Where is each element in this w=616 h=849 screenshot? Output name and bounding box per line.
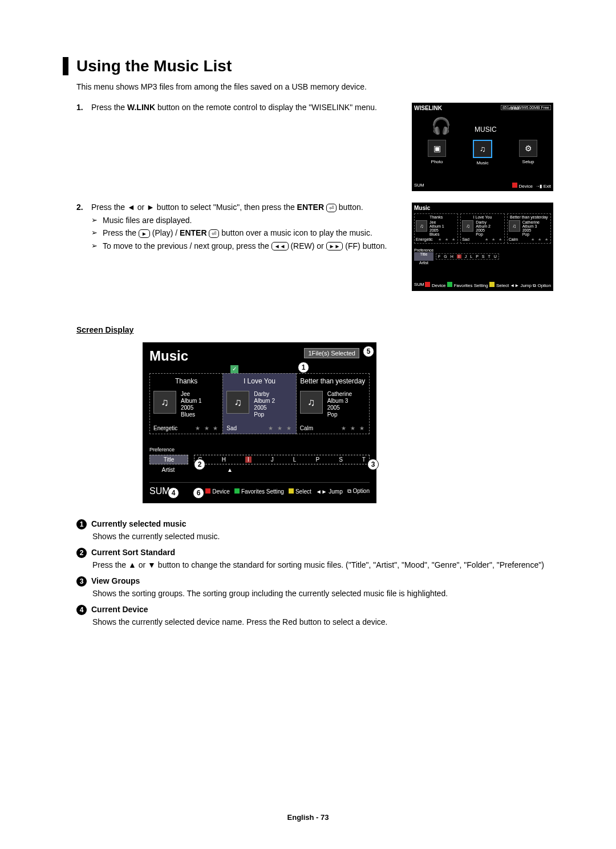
c1-album: Album 2 (476, 224, 491, 228)
play-icon: ► (139, 229, 150, 238)
page-footer: English - 73 (0, 813, 616, 822)
h-jump: Jump (329, 488, 342, 495)
stars-icon: ★ ★ ★ (485, 237, 503, 242)
step-1-body: Press the W.LINK button on the remote co… (91, 103, 412, 112)
def-2-num: 2 (76, 548, 87, 558)
c1-genre: Pop (476, 232, 491, 236)
music-icon: ♫ (473, 140, 492, 158)
lc0-name: Thanks (153, 377, 219, 385)
s2b3: To move to the previous / next group, pr… (103, 241, 387, 251)
definitions: 1Currently selected music Shows the curr… (76, 519, 553, 626)
c2-year: 2005 (522, 228, 540, 232)
large-col-2[interactable]: Better than yesterday ♫CatherineAlbum 32… (296, 373, 370, 434)
lc2-genre: Pop (327, 411, 352, 418)
callout-3: 3 (367, 459, 379, 470)
sort-title[interactable]: Title (414, 252, 433, 261)
h-fav: Favorites Setting (454, 283, 488, 288)
mlist-col-2[interactable]: Better than yesterday ♫CatherineAlbum 32… (507, 213, 551, 244)
wiselink-sum: SUM (414, 183, 424, 189)
col-name: I Love You (462, 215, 502, 219)
def-4: 4Current Device Shows the currently sele… (76, 605, 553, 626)
def-4-num: 4 (76, 605, 87, 615)
letter: S (339, 456, 343, 463)
intro-text: This menu shows MP3 files from among the… (76, 82, 553, 91)
footer-lang: English - (287, 813, 321, 822)
photo-tile[interactable]: ▣Photo (420, 140, 454, 165)
callout-5: 5 (363, 346, 374, 357)
lc0-artist: Jee (181, 391, 202, 398)
step-2-body: Press the ◄ or ► button to select "Music… (91, 203, 412, 254)
c1-year: 2005 (476, 228, 491, 232)
bullet-arrow-icon: ➢ (91, 228, 103, 238)
sort-title-active[interactable]: Title (149, 455, 188, 464)
callout-6: 6 (193, 487, 204, 499)
step-2: 2. Press the ◄ or ► button to select "Mu… (76, 203, 553, 291)
s2b3-pre: To move to the previous / next group, pr… (103, 241, 271, 250)
letter: H (222, 456, 226, 463)
letter: T (488, 254, 491, 258)
def-3-body: Shows the sorting groups. The sorting gr… (92, 589, 553, 598)
note-icon: ♫ (226, 391, 249, 414)
music-tile[interactable]: ♫Music (465, 140, 500, 165)
note-icon: ♫ (462, 220, 473, 232)
large-col-1[interactable]: I Love You ♫DarbyAlbum 22005Pop Sad★ ★ ★ (222, 373, 296, 434)
lc0-year: 2005 (181, 405, 202, 411)
mlist-col-1[interactable]: I Love You ♫DarbyAlbum 22005Pop Sad★ ★ ★ (460, 213, 504, 244)
callout-1: 1 (298, 362, 309, 373)
letter: F (438, 254, 440, 258)
letter: L (470, 254, 472, 258)
letter: S (482, 254, 485, 258)
sort-artist[interactable]: Artist (414, 261, 433, 265)
c2-artist: Catherine (522, 220, 540, 224)
h-option: Option (537, 283, 551, 288)
lc1-album: Album 2 (254, 398, 275, 405)
def-2-term: Current Sort Standard (91, 548, 175, 557)
s2-pre: Press the ◄ or ► button to select "Music… (91, 203, 297, 212)
lc1-genre: Pop (254, 411, 275, 418)
c2-album: Album 3 (522, 224, 540, 228)
c0-album: Album 1 (429, 224, 444, 228)
h-device: Device (212, 488, 230, 495)
note-icon: ♫ (416, 220, 427, 232)
letters-row[interactable]: FGHIJLPSTU (436, 253, 499, 260)
step-1-number: 1. (76, 103, 91, 112)
note-icon: ♫ (509, 220, 520, 232)
letter: G (444, 254, 447, 258)
step-1: 1. Press the W.LINK button on the remote… (76, 103, 553, 191)
s2-post: button. (337, 203, 363, 212)
h-option: Option (353, 488, 370, 494)
letter-active: I (457, 254, 461, 258)
letter: P (315, 456, 319, 463)
s2b2-pre: Press the (103, 228, 139, 237)
large-col-0[interactable]: Thanks ♫JeeAlbum 12005Blues Energetic★ ★… (149, 373, 223, 434)
def-3: 3View Groups Shows the sorting groups. T… (76, 576, 553, 598)
c1-artist: Darby (476, 220, 491, 224)
def-2-body: Press the ▲ or ▼ button to change the st… (92, 560, 553, 569)
exit-hint: Exit (544, 184, 551, 189)
large-pref-label: Preference (149, 447, 370, 452)
lc2-album: Album 3 (327, 398, 352, 405)
lc0-genre: Blues (181, 411, 202, 418)
pref-label: Preference (414, 248, 551, 252)
letter: T (362, 456, 366, 463)
stars-icon: ★ ★ ★ (531, 237, 549, 242)
s2-bold: ENTER (297, 203, 324, 212)
large-letters-row[interactable]: G H I J L P S T (194, 455, 370, 464)
section-heading: Using the Music List (63, 57, 553, 75)
s2b3-post: (FF) button. (343, 241, 387, 250)
letter: J (271, 456, 274, 463)
mlist-col-0[interactable]: Thanks ♫JeeAlbum 12005Blues Energetic★ ★… (414, 213, 458, 244)
lc1-mood: Sad (226, 425, 237, 431)
def-4-body: Shows the currently selected device name… (92, 617, 553, 626)
enter-icon: ⏎ (209, 229, 219, 238)
h-jump: Jump (520, 283, 532, 288)
setup-tile[interactable]: ⚙Setup (511, 140, 545, 165)
note-icon: ♫ (300, 391, 323, 414)
lc0-album: Album 1 (181, 398, 202, 405)
col-name: Thanks (416, 215, 456, 219)
music-big-label: MUSIC (475, 126, 497, 134)
sort-artist[interactable]: Artist (149, 466, 187, 474)
sum: SUM (414, 282, 424, 289)
wlink-bold: W.LINK (127, 103, 155, 112)
bullet-arrow-icon: ➢ (91, 241, 103, 251)
